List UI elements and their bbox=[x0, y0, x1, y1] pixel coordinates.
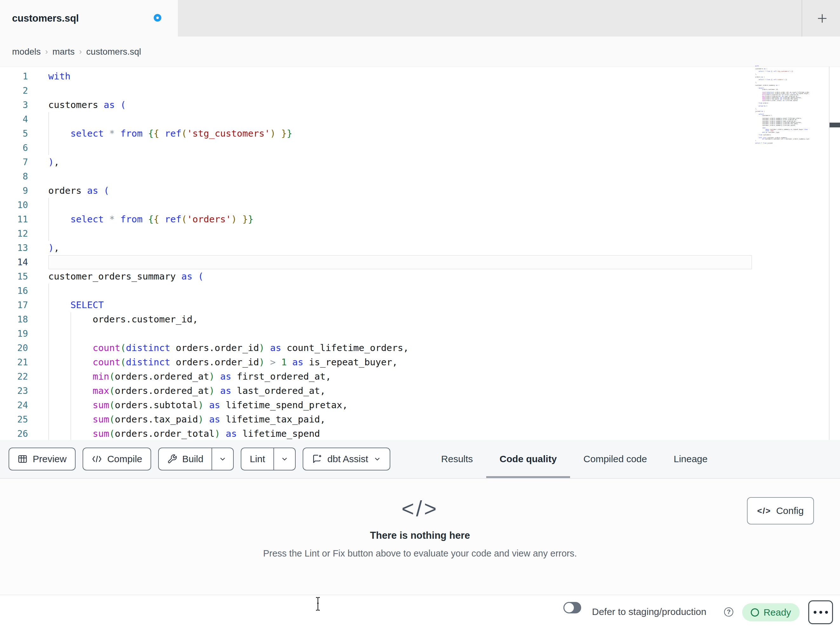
config-button-label: Config bbox=[776, 505, 804, 516]
code-line[interactable] bbox=[48, 255, 409, 269]
code-line[interactable]: orders.customer_id, bbox=[48, 312, 409, 327]
code-line[interactable]: select * from {{ ref('stg_customers') }} bbox=[48, 127, 409, 141]
panel-tabs: ResultsCode qualityCompiled codeLineage bbox=[428, 440, 721, 478]
line-number: 14 bbox=[0, 255, 28, 269]
chevron-down-icon bbox=[373, 455, 381, 463]
code-line[interactable]: ), bbox=[48, 241, 409, 255]
breadcrumb-bar: models › marts › customers.sql Save bbox=[0, 36, 840, 67]
new-tab-button[interactable] bbox=[812, 8, 833, 29]
tab-code-quality[interactable]: Code quality bbox=[486, 440, 570, 478]
dbt-ide-window: customers.sql models › marts › customers… bbox=[0, 0, 840, 628]
code-line[interactable]: orders as ( bbox=[48, 183, 409, 198]
code-line[interactable] bbox=[48, 226, 409, 241]
build-button[interactable]: Build bbox=[158, 448, 234, 470]
code-line[interactable]: max(orders.ordered_at) as last_ordered_a… bbox=[48, 384, 409, 398]
code-line[interactable]: min(orders.ordered_at) as first_ordered_… bbox=[48, 369, 409, 384]
toggle-knob bbox=[564, 603, 574, 612]
breadcrumb-models[interactable]: models bbox=[12, 47, 41, 57]
code-line[interactable]: count(distinct orders.order_id) > 1 as i… bbox=[48, 355, 409, 369]
code-line[interactable]: sum(orders.tax_paid) as lifetime_tax_pai… bbox=[48, 412, 409, 427]
file-tab-title: customers.sql bbox=[12, 13, 79, 24]
line-number: 24 bbox=[0, 398, 28, 412]
line-number: 6 bbox=[0, 141, 28, 155]
chevron-right-icon: › bbox=[79, 47, 82, 57]
code-line[interactable] bbox=[48, 284, 409, 298]
line-number: 9 bbox=[0, 183, 28, 198]
code-line[interactable] bbox=[48, 327, 409, 341]
code-line[interactable]: SELECT bbox=[48, 298, 409, 312]
code-icon: </> bbox=[757, 506, 771, 516]
empty-state: </> There is nothing here Press the Lint… bbox=[0, 479, 840, 559]
code-lines[interactable]: with customers as ( select * from {{ ref… bbox=[48, 69, 409, 441]
table-icon bbox=[17, 454, 28, 464]
more-options-button[interactable] bbox=[808, 600, 833, 624]
line-number: 19 bbox=[0, 327, 28, 341]
build-button-label: Build bbox=[182, 454, 204, 464]
build-dropdown-button[interactable] bbox=[212, 448, 233, 470]
code-line[interactable]: customers as ( bbox=[48, 98, 409, 112]
breadcrumb-file[interactable]: customers.sql bbox=[86, 47, 141, 57]
compile-button[interactable]: Compile bbox=[82, 448, 151, 470]
tab-bar: customers.sql bbox=[0, 0, 840, 36]
line-number: 17 bbox=[0, 298, 28, 312]
line-number: 8 bbox=[0, 169, 28, 183]
code-empty-icon: </> bbox=[0, 496, 840, 521]
text-cursor-pointer bbox=[314, 596, 321, 611]
code-line[interactable] bbox=[48, 141, 409, 155]
code-quality-panel: </> There is nothing here Press the Lint… bbox=[0, 479, 840, 595]
code-line[interactable]: sum(orders.subtotal) as lifetime_spend_p… bbox=[48, 398, 409, 412]
ready-status-badge: Ready bbox=[742, 603, 800, 621]
breadcrumb: models › marts › customers.sql bbox=[12, 36, 141, 67]
code-line[interactable] bbox=[48, 112, 409, 127]
line-number: 10 bbox=[0, 198, 28, 212]
line-number: 2 bbox=[0, 84, 28, 98]
code-editor[interactable]: 1234567891011121314151617181920212223242… bbox=[0, 67, 840, 440]
tab-compiled-code[interactable]: Compiled code bbox=[570, 440, 660, 478]
line-number: 16 bbox=[0, 284, 28, 298]
help-icon[interactable]: ? bbox=[724, 607, 733, 617]
compile-button-label: Compile bbox=[107, 454, 142, 464]
preview-button-label: Preview bbox=[33, 454, 67, 464]
plus-icon bbox=[816, 12, 829, 25]
code-line[interactable]: customer_orders_summary as ( bbox=[48, 269, 409, 284]
defer-toggle[interactable] bbox=[564, 602, 581, 614]
line-number: 7 bbox=[0, 155, 28, 169]
code-line[interactable] bbox=[48, 169, 409, 183]
code-line[interactable]: select * from {{ ref('orders') }} bbox=[48, 212, 409, 226]
config-button[interactable]: </> Config bbox=[747, 497, 814, 524]
tabbar-divider bbox=[802, 0, 802, 36]
line-number: 12 bbox=[0, 226, 28, 241]
chevron-right-icon: › bbox=[45, 47, 48, 57]
preview-button[interactable]: Preview bbox=[9, 448, 76, 470]
line-number: 25 bbox=[0, 412, 28, 427]
line-number: 20 bbox=[0, 341, 28, 355]
line-number: 1 bbox=[0, 69, 28, 84]
tab-lineage[interactable]: Lineage bbox=[660, 440, 721, 478]
tab-results[interactable]: Results bbox=[428, 440, 486, 478]
lint-dropdown-button[interactable] bbox=[274, 448, 295, 470]
line-number: 21 bbox=[0, 355, 28, 369]
file-tab-customers-sql[interactable]: customers.sql bbox=[0, 0, 178, 36]
breadcrumb-marts[interactable]: marts bbox=[52, 47, 75, 57]
chevron-down-icon bbox=[280, 455, 289, 463]
code-line[interactable] bbox=[48, 84, 409, 98]
code-line[interactable]: sum(orders.order_total) as lifetime_spen… bbox=[48, 427, 409, 441]
empty-state-subtitle: Press the Lint or Fix button above to ev… bbox=[0, 548, 840, 559]
code-line[interactable]: ), bbox=[48, 155, 409, 169]
assist-chat-icon bbox=[311, 454, 322, 464]
scrollbar-thumb[interactable] bbox=[829, 123, 840, 127]
code-icon bbox=[92, 454, 102, 464]
line-number-gutter: 1234567891011121314151617181920212223242… bbox=[0, 69, 28, 441]
lint-button[interactable]: Lint bbox=[241, 448, 295, 470]
code-line[interactable] bbox=[48, 198, 409, 212]
lint-button-label: Lint bbox=[249, 454, 265, 464]
line-number: 3 bbox=[0, 98, 28, 112]
empty-state-title: There is nothing here bbox=[0, 530, 840, 541]
code-line[interactable]: with bbox=[48, 69, 409, 84]
editor-scrollbar[interactable] bbox=[829, 67, 840, 440]
minimap[interactable]: with customers as ( select * from {{ ref… bbox=[755, 65, 809, 145]
editor-toolbar: Preview Compile Build bbox=[0, 440, 840, 479]
code-line[interactable]: count(distinct orders.order_id) as count… bbox=[48, 341, 409, 355]
status-bar: Defer to staging/production ? Ready bbox=[0, 595, 840, 628]
dbt-assist-button[interactable]: dbt Assist bbox=[303, 448, 390, 470]
